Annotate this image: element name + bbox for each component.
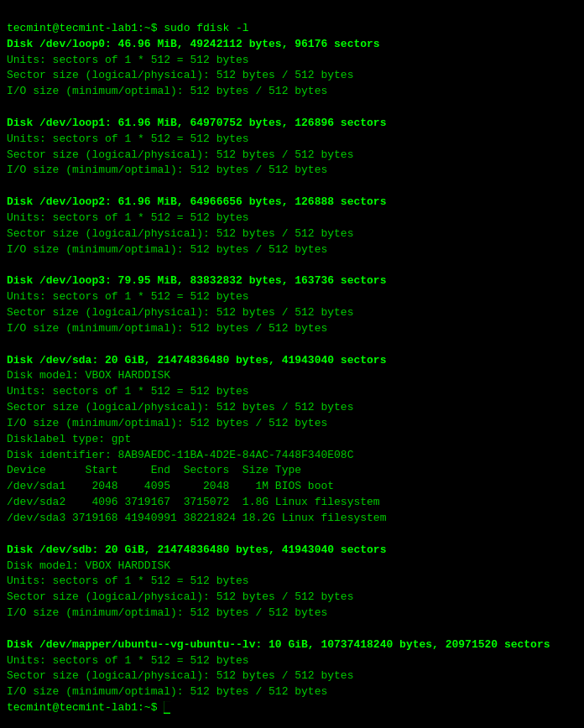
disk-loop3-line2: Sector size (logical/physical): 512 byte… bbox=[7, 306, 353, 319]
terminal-window: tecmint@tecmint-lab1:~$ sudo fdisk -l Di… bbox=[7, 5, 577, 716]
disk-sda-line6: Disk identifier: 8AB9AEDC-11BA-4D2E-84AC… bbox=[7, 449, 353, 461]
disk-loop0-line1: Units: sectors of 1 * 512 = 512 bytes bbox=[7, 54, 249, 66]
final-prompt-text: tecmint@tecmint-lab1:~$ bbox=[7, 701, 157, 714]
disk-sda-line1: Disk model: VBOX HARDDISK bbox=[7, 369, 170, 382]
disk-mapper-line1: Units: sectors of 1 * 512 = 512 bytes bbox=[7, 654, 249, 667]
disk-loop2-line3: I/O size (minimum/optimal): 512 bytes / … bbox=[7, 243, 327, 256]
disk-sdb-line1: Disk model: VBOX HARDDISK bbox=[7, 559, 170, 572]
disk-sda-row1: /dev/sda1 2048 4095 2048 1M BIOS boot bbox=[7, 480, 334, 492]
command-text: sudo fdisk -l bbox=[157, 22, 248, 34]
disk-sdb-line4: I/O size (minimum/optimal): 512 bytes / … bbox=[7, 606, 327, 619]
disk-sdb-line2: Units: sectors of 1 * 512 = 512 bytes bbox=[7, 575, 249, 587]
disk-loop1-header: Disk /dev/loop1: 61.96 MiB, 64970752 byt… bbox=[7, 117, 386, 129]
prompt-text: tecmint@tecmint-lab1:~$ bbox=[7, 22, 157, 34]
disk-sda-header: Disk /dev/sda: 20 GiB, 21474836480 bytes… bbox=[7, 354, 386, 367]
disk-sdb-header: Disk /dev/sdb: 20 GiB, 21474836480 bytes… bbox=[7, 543, 386, 556]
disk-loop1-line2: Sector size (logical/physical): 512 byte… bbox=[7, 148, 353, 161]
disk-sda-line4: I/O size (minimum/optimal): 512 bytes / … bbox=[7, 417, 327, 429]
disk-sda-table-header: Device Start End Sectors Size Type bbox=[7, 464, 301, 476]
disk-loop2-line2: Sector size (logical/physical): 512 byte… bbox=[7, 227, 353, 240]
disk-loop3-header: Disk /dev/loop3: 79.95 MiB, 83832832 byt… bbox=[7, 274, 386, 287]
disk-sda-line2: Units: sectors of 1 * 512 = 512 bytes bbox=[7, 385, 249, 398]
cursor: █ bbox=[164, 701, 170, 714]
initial-prompt: tecmint@tecmint-lab1:~$ sudo fdisk -l bbox=[7, 22, 249, 34]
disk-loop3-line1: Units: sectors of 1 * 512 = 512 bytes bbox=[7, 290, 249, 303]
disk-sda-row3: /dev/sda3 3719168 41940991 38221824 18.2… bbox=[7, 512, 386, 524]
disk-loop2-line1: Units: sectors of 1 * 512 = 512 bytes bbox=[7, 211, 249, 224]
disk-loop1-line3: I/O size (minimum/optimal): 512 bytes / … bbox=[7, 164, 327, 176]
disk-sdb-line3: Sector size (logical/physical): 512 byte… bbox=[7, 590, 353, 603]
disk-sda-row2: /dev/sda2 4096 3719167 3715072 1.8G Linu… bbox=[7, 496, 380, 508]
disk-loop0-header: Disk /dev/loop0: 46.96 MiB, 49242112 byt… bbox=[7, 38, 380, 50]
disk-mapper-line2: Sector size (logical/physical): 512 byte… bbox=[7, 669, 353, 682]
disk-mapper-header: Disk /dev/mapper/ubuntu--vg-ubuntu--lv: … bbox=[7, 638, 550, 651]
disk-sda-line3: Sector size (logical/physical): 512 byte… bbox=[7, 401, 353, 413]
final-prompt[interactable]: tecmint@tecmint-lab1:~$ █ bbox=[7, 701, 170, 714]
disk-sda-line5: Disklabel type: gpt bbox=[7, 433, 131, 445]
disk-loop0-line2: Sector size (logical/physical): 512 byte… bbox=[7, 69, 353, 81]
disk-loop3-line3: I/O size (minimum/optimal): 512 bytes / … bbox=[7, 322, 327, 335]
disk-loop1-line1: Units: sectors of 1 * 512 = 512 bytes bbox=[7, 133, 249, 145]
disk-mapper-line3: I/O size (minimum/optimal): 512 bytes / … bbox=[7, 685, 327, 698]
disk-loop2-header: Disk /dev/loop2: 61.96 MiB, 64966656 byt… bbox=[7, 195, 386, 208]
disk-loop0-line3: I/O size (minimum/optimal): 512 bytes / … bbox=[7, 85, 327, 97]
